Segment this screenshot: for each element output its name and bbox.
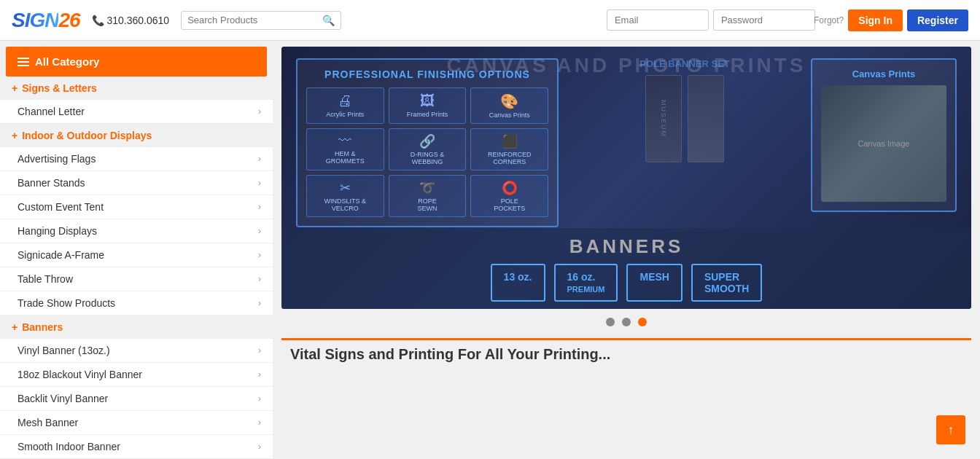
sidebar-item-vinyl-banner-13oz[interactable]: Vinyl Banner (13oz.) ›: [0, 339, 273, 363]
sidebar-section-indoor[interactable]: + Indoor & Outdoor Displays: [0, 124, 273, 147]
sidebar-item-label: Banner Stands: [18, 177, 85, 189]
search-input[interactable]: [187, 15, 319, 26]
sidebar: All Category + Signs & Letters Channel L…: [0, 41, 273, 459]
sidebar-item-hanging-displays[interactable]: Hanging Displays ›: [0, 219, 273, 243]
chevron-right-icon: ›: [258, 345, 261, 356]
header: SIGN 26 📞 310.360.0610 🔍 Forgot? Sign In…: [0, 0, 980, 41]
chevron-right-icon: ›: [258, 442, 261, 452]
sidebar-item-banner-stands[interactable]: Banner Stands ›: [0, 171, 273, 195]
all-category-label: All Category: [35, 55, 99, 68]
finishing-item-reinforced[interactable]: ⬛ REINFORCEDCORNERS: [470, 128, 548, 170]
main-layout: All Category + Signs & Letters Channel L…: [0, 41, 980, 459]
sidebar-item-label: Hanging Displays: [18, 225, 97, 237]
finishing-item-acrylic[interactable]: 🖨 Acrylic Prints: [306, 87, 384, 124]
password-field[interactable]: [713, 9, 815, 31]
sidebar-item-channel-letter[interactable]: Channel Letter ›: [0, 100, 273, 124]
search-icon: 🔍: [322, 15, 335, 26]
banner-opt-13oz[interactable]: 13 oz.: [491, 264, 545, 302]
sidebar-section-banners[interactable]: + Banners: [0, 315, 273, 339]
chevron-right-icon: ›: [258, 226, 261, 236]
carousel-dot-2[interactable]: [622, 318, 631, 326]
chevron-right-icon: ›: [258, 178, 261, 188]
chevron-right-icon: ›: [258, 250, 261, 260]
email-field[interactable]: [607, 9, 709, 31]
sidebar-item-trade-show-products[interactable]: Trade Show Products ›: [0, 291, 273, 315]
sidebar-item-label: 18oz Blackout Vinyl Banner: [18, 369, 142, 380]
register-button[interactable]: Register: [907, 9, 968, 31]
chevron-right-icon: ›: [258, 393, 261, 404]
hamburger-icon: [18, 58, 29, 66]
sidebar-item-label: Trade Show Products: [18, 297, 115, 309]
chevron-right-icon: ›: [258, 202, 261, 212]
carousel: CANVAS AND PHOTO PRINTS PROFESSIONAL FIN…: [281, 47, 971, 309]
carousel-dot-3[interactable]: [638, 318, 647, 326]
banners-title: BANNERS: [296, 235, 957, 258]
sidebar-item-custom-event-tent[interactable]: Custom Event Tent ›: [0, 195, 273, 219]
finishing-item-canvas[interactable]: 🎨 Canvas Prints: [470, 87, 548, 124]
sidebar-item-label: Custom Event Tent: [18, 201, 104, 213]
plus-icon-banners: +: [12, 321, 18, 333]
chevron-right-icon: ›: [258, 298, 261, 308]
search-bar[interactable]: 🔍: [181, 11, 341, 30]
finishing-title: PROFESSIONAL FINISHING OPTIONS: [306, 68, 548, 80]
plus-icon-signs: +: [12, 82, 18, 94]
sidebar-item-18oz-blackout[interactable]: 18oz Blackout Vinyl Banner ›: [0, 363, 273, 387]
bottom-text: Vital Signs and Printing For All Your Pr…: [281, 338, 971, 369]
sidebar-item-signicade-aframe[interactable]: Signicade A-Frame ›: [0, 243, 273, 267]
sidebar-item-label: Smooth Indoor Banner: [18, 441, 120, 452]
carousel-dots: [281, 309, 971, 335]
sidebar-item-label: Table Throw: [18, 273, 73, 285]
logo-26: 26: [58, 9, 79, 32]
finishing-item-rope[interactable]: ➰ ROPESEWN: [389, 175, 467, 217]
carousel-dot-1[interactable]: [606, 318, 615, 326]
auth-section: Forgot? Sign In Register: [607, 9, 968, 31]
sidebar-item-backlit-vinyl[interactable]: Backlit Vinyl Banner ›: [0, 387, 273, 411]
sidebar-section-signs[interactable]: + Signs & Letters: [0, 76, 273, 100]
chevron-right-icon: ›: [258, 417, 261, 428]
signin-button[interactable]: Sign In: [848, 9, 903, 31]
sidebar-section-label: Indoor & Outdoor Displays: [22, 130, 152, 141]
sidebar-item-label: Mesh Banner: [18, 417, 78, 428]
sidebar-item-smooth-indoor[interactable]: Smooth Indoor Banner ›: [0, 435, 273, 459]
forgot-link[interactable]: Forgot?: [814, 15, 844, 26]
chevron-right-icon: ›: [258, 154, 261, 164]
finishing-item-hem[interactable]: 〰 HEM &GROMMETS: [306, 128, 384, 170]
sidebar-item-label: Backlit Vinyl Banner: [18, 393, 108, 404]
banner-opt-mesh[interactable]: MESH: [626, 264, 682, 302]
canvas-prints-panel: Canvas Prints Canvas Image: [811, 58, 957, 212]
sidebar-item-table-throw[interactable]: Table Throw ›: [0, 267, 273, 291]
phone-number: 📞 310.360.0610: [92, 15, 170, 26]
canvas-prints-title: Canvas Prints: [821, 68, 946, 79]
carousel-inner: CANVAS AND PHOTO PRINTS PROFESSIONAL FIN…: [281, 47, 971, 309]
sidebar-section-label: Signs & Letters: [22, 82, 97, 94]
chevron-right-icon: ›: [258, 274, 261, 284]
sidebar-section-label: Banners: [22, 321, 63, 333]
plus-icon-indoor: +: [12, 130, 18, 141]
banner-opt-super-smooth[interactable]: SUPERSMOOTH: [691, 264, 762, 302]
chevron-right-icon: ›: [258, 106, 261, 117]
logo-sign: SIGN: [12, 9, 58, 32]
sidebar-item-label: Vinyl Banner (13oz.): [18, 345, 110, 356]
sidebar-item-label: Channel Letter: [18, 106, 85, 117]
scroll-top-button[interactable]: ↑: [936, 415, 965, 444]
finishing-item-drings[interactable]: 🔗 D-RINGS &WEBBING: [389, 128, 467, 170]
finishing-item-pole-pockets[interactable]: ⭕ POLEPOCKETS: [470, 175, 548, 217]
sidebar-item-label: Advertising Flags: [18, 153, 96, 165]
sidebar-item-label: Signicade A-Frame: [18, 249, 104, 261]
content-area: CANVAS AND PHOTO PRINTS PROFESSIONAL FIN…: [273, 41, 980, 459]
sidebar-item-advertising-flags[interactable]: Advertising Flags ›: [0, 147, 273, 171]
logo: SIGN 26: [12, 9, 80, 32]
banner-opt-16oz[interactable]: 16 oz.PREMIUM: [554, 264, 618, 302]
chevron-right-icon: ›: [258, 369, 261, 380]
all-category-button[interactable]: All Category: [6, 47, 267, 76]
finishing-item-windslits[interactable]: ✂ WINDSLITS &VELCRO: [306, 175, 384, 217]
finishing-item-framed[interactable]: 🖼 Framed Prints: [389, 87, 467, 124]
sidebar-item-mesh-banner[interactable]: Mesh Banner ›: [0, 411, 273, 435]
